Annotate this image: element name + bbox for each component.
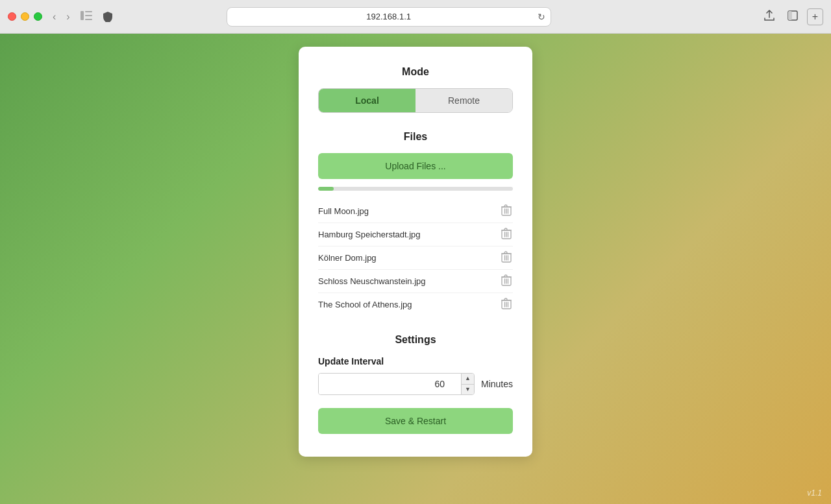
stepper-buttons: ▲ ▼	[461, 374, 474, 394]
list-item: The School of Athens.jpg	[318, 293, 513, 316]
interval-input[interactable]	[319, 374, 461, 394]
interval-row: ▲ ▼ Minutes	[318, 373, 513, 395]
mode-section: Mode Local Remote	[318, 66, 513, 113]
nav-buttons: ‹ ›	[49, 10, 74, 24]
upload-files-button[interactable]: Upload Files ...	[318, 153, 513, 179]
toolbar-right: +	[760, 8, 823, 25]
svg-rect-2	[85, 15, 92, 16]
file-list: Full Moon.jpg Hamburg Speicherstadt.jpg	[318, 200, 513, 316]
file-name: The School of Athens.jpg	[318, 300, 412, 309]
delete-file-button[interactable]	[500, 228, 513, 241]
settings-section: Settings Update Interval ▲ ▼ Minutes Sav…	[318, 334, 513, 434]
file-name: Kölner Dom.jpg	[318, 253, 377, 263]
share-button[interactable]	[760, 8, 778, 25]
file-name: Hamburg Speicherstadt.jpg	[318, 230, 421, 239]
browser-chrome: ‹ › 192.168.1.1 ↻ +	[0, 0, 831, 34]
add-tab-view-button[interactable]	[784, 8, 802, 25]
interval-input-wrap: ▲ ▼	[318, 373, 475, 395]
main-content: Mode Local Remote Files Upload Files ...…	[0, 34, 831, 504]
list-item: Full Moon.jpg	[318, 200, 513, 223]
file-name: Schloss Neuschwanstein.jpg	[318, 276, 425, 286]
interval-label: Update Interval	[318, 356, 513, 366]
delete-file-button[interactable]	[500, 251, 513, 265]
version-label: v1.1	[807, 488, 822, 498]
save-restart-button[interactable]: Save & Restart	[318, 408, 513, 434]
file-name: Full Moon.jpg	[318, 206, 369, 216]
refresh-button[interactable]: ↻	[538, 12, 545, 22]
minimize-button[interactable]	[21, 12, 29, 21]
svg-rect-3	[85, 19, 92, 20]
interval-increment-button[interactable]: ▲	[462, 374, 474, 385]
privacy-button[interactable]	[99, 8, 117, 26]
mode-toggle-group: Local Remote	[318, 88, 513, 113]
back-button[interactable]: ‹	[49, 10, 60, 24]
delete-file-button[interactable]	[500, 204, 513, 218]
interval-decrement-button[interactable]: ▼	[462, 385, 474, 395]
fullscreen-button[interactable]	[34, 12, 42, 21]
address-text: 192.168.1.1	[366, 12, 411, 21]
svg-rect-5	[788, 11, 792, 20]
card: Mode Local Remote Files Upload Files ...…	[299, 47, 532, 457]
upload-progress-bar	[318, 187, 513, 191]
close-button[interactable]	[8, 12, 16, 21]
local-mode-button[interactable]: Local	[319, 89, 416, 112]
remote-mode-button[interactable]: Remote	[416, 89, 512, 112]
delete-file-button[interactable]	[500, 298, 513, 311]
files-section: Files Upload Files ... Full Moon.jpg	[318, 131, 513, 316]
mode-title: Mode	[318, 66, 513, 78]
traffic-lights	[8, 12, 42, 21]
sidebar-button[interactable]	[81, 10, 92, 23]
list-item: Hamburg Speicherstadt.jpg	[318, 223, 513, 246]
settings-title: Settings	[318, 334, 513, 346]
minutes-label: Minutes	[481, 379, 513, 389]
list-item: Schloss Neuschwanstein.jpg	[318, 270, 513, 293]
forward-button[interactable]: ›	[62, 10, 73, 24]
upload-progress-fill	[318, 187, 334, 191]
new-tab-button[interactable]: +	[807, 8, 823, 25]
delete-file-button[interactable]	[500, 274, 513, 288]
list-item: Kölner Dom.jpg	[318, 246, 513, 270]
svg-rect-1	[85, 11, 92, 12]
svg-rect-0	[81, 11, 84, 20]
files-title: Files	[318, 131, 513, 143]
address-bar[interactable]: 192.168.1.1 ↻	[227, 7, 551, 27]
